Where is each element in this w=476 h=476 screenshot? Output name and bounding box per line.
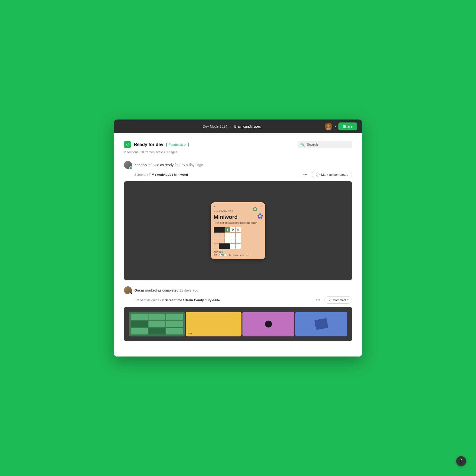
mark-completed-label: Mark as completed [321,173,348,177]
action-benson: marked as ready for dev [148,163,186,167]
status-dot-benson [129,166,132,169]
across-label: Across [214,251,262,253]
check-circle-icon [316,173,320,177]
app-window: Dev Mode 2024 / Brain candy spec ▾ Share [114,119,362,357]
clue-highlight: SUN [220,254,226,257]
frame-name-oscar: Screentime / Brain Candy / Style-tile [165,298,220,302]
header-left: </> Ready for dev Feedback ↗ [124,141,189,148]
mini-block [149,328,165,334]
frame-preview-benson: ✿ ✿ ≡ ← ALL ACTIVITIES Miniword Fill in … [124,181,352,280]
brand-tile-blue [295,312,347,336]
clue-num: 1 [214,254,215,256]
search-box[interactable]: 🔍 [298,141,352,148]
breadcrumb-separator: / [230,124,231,128]
mini-block [149,314,165,320]
flower-blue-icon: ✿ [257,212,263,220]
action-oscar: marked as completed [145,288,179,292]
titlebar-breadcrumb: Dev Mode 2024 / Brain candy spec [203,124,261,128]
page-title: Brain candy spec [234,124,261,128]
frame-actions-benson: ••• Mark as completed [301,171,352,178]
sections-info: 2 sections, 10 frames across 3 pages [124,150,352,154]
frame-path-row-oscar: Brand style guide / # Screentime / Brain… [124,296,352,304]
mini-block [131,328,148,334]
frame-path-oscar: Brand style guide / # Screentime / Brain… [134,298,220,302]
mini-block [166,328,183,334]
mini-block [149,321,165,327]
brand-preview-oscar: FOR [124,307,352,341]
ready-for-dev-label: Ready for dev [134,142,163,147]
frame-name-benson: M / Activities / Miniword [152,173,188,177]
search-icon: 🔍 [301,143,305,147]
time-oscar: 11 days ago [179,288,198,292]
completed-check-icon: ✓ [328,298,331,302]
username-benson: benson [134,163,147,167]
mark-completed-button[interactable]: Mark as completed [312,171,352,178]
feedback-badge[interactable]: Feedback ↗ [166,142,189,147]
card-dot [214,206,215,207]
purple-circle [265,321,272,327]
username-oscar: Oscar [134,288,144,292]
frame-path-benson: Screens / # M / Activities / Miniword [134,173,188,177]
activity-header-oscar: Oscar marked as completed 11 days ago [124,286,352,294]
svg-text:</>: </> [126,143,129,146]
card-menu-icon: ≡ [261,205,262,208]
activity-header-benson: benson marked as ready for dev 9 days ag… [124,161,352,169]
yellow-label: FOR [188,332,192,334]
mini-block [131,314,148,320]
blue-element [314,318,328,330]
mini-block [131,321,148,327]
completed-button[interactable]: ✓ Completed [325,296,352,304]
path-prefix-oscar: Brand style guide / [134,298,161,302]
status-dot-oscar [129,292,132,295]
hash-icon-benson: # [149,173,151,176]
svg-point-1 [327,124,330,127]
mini-block [166,321,183,327]
code-icon: </> [125,143,129,147]
miniword-desc: Fill in the blanks using the sentences b… [214,221,262,225]
time-benson: 9 days ago [186,163,203,167]
frame-path-row-benson: Screens / # M / Activities / Miniword ••… [124,171,352,178]
titlebar-right: ▾ Share [325,122,357,130]
clue-before: The [215,254,220,256]
share-button[interactable]: Share [338,122,357,130]
completed-label: Completed [333,298,348,302]
frame-actions-oscar: ••• ✓ Completed [314,296,352,304]
dev-mode-icon: </> [124,141,131,148]
avatar-image [325,123,332,130]
main-content: </> Ready for dev Feedback ↗ 🔍 2 section… [114,133,362,357]
help-button[interactable]: ? [456,456,466,466]
brand-tile-yellow: FOR [186,312,241,336]
activity-item-benson: benson marked as ready for dev 9 days ag… [124,161,352,280]
activity-meta-oscar: Oscar marked as completed 11 days ago [134,288,198,292]
brand-tile-purple [242,312,294,336]
brand-tile-green [129,312,185,336]
header-row: </> Ready for dev Feedback ↗ 🔍 [124,141,352,148]
search-input[interactable] [307,143,349,147]
miniword-title: Miniword [214,214,262,220]
hash-icon-oscar: # [162,298,164,302]
more-button-oscar[interactable]: ••• [314,297,322,303]
clue-after: is too bright, my eyes! [227,254,249,256]
help-icon: ? [460,459,462,463]
titlebar: Dev Mode 2024 / Brain candy spec ▾ Share [114,119,362,133]
activity-item-oscar: Oscar marked as completed 11 days ago Br… [124,286,352,341]
avatar-oscar [124,286,132,294]
miniword-card: ✿ ✿ ≡ ← ALL ACTIVITIES Miniword Fill in … [211,202,265,259]
more-button-benson[interactable]: ••• [301,171,309,178]
across-clue: 1 The SUN is too bright, my eyes! [214,254,262,256]
avatar-benson [124,161,132,169]
avatar[interactable] [325,123,332,130]
path-prefix-benson: Screens / [134,173,148,177]
project-name: Dev Mode 2024 [203,124,227,128]
mini-block [166,314,183,320]
activity-meta-benson: benson marked as ready for dev 9 days ag… [134,163,203,167]
user-menu-chevron[interactable]: ▾ [335,125,336,128]
crossword-grid: 1S 2U 3N 4 [214,227,262,249]
